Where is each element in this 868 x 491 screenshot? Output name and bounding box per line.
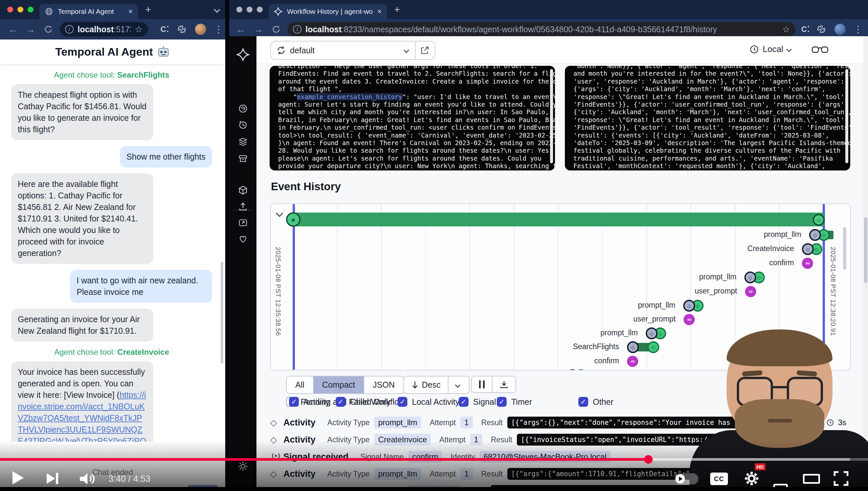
captions-button[interactable]: CC [710, 472, 728, 485]
feedback-icon[interactable] [238, 218, 248, 228]
site-info-icon[interactable]: i [293, 25, 302, 34]
timezone-selector[interactable]: Local [750, 44, 793, 54]
address-bar[interactable]: i localhost :5173 ☆ [60, 22, 148, 36]
minimize-window-button[interactable] [247, 7, 252, 12]
table-row[interactable]: ◇ActivityActivity Typeprompt_llmAttempt1… [270, 415, 851, 430]
back-button[interactable]: ← [236, 24, 246, 35]
forward-button[interactable]: → [253, 24, 264, 35]
agent-message: Your invoice has been successfully gener… [11, 362, 153, 442]
bookmark-star-icon[interactable]: ☆ [782, 24, 790, 34]
theater-mode-button[interactable] [803, 474, 820, 484]
fullscreen-button[interactable] [833, 470, 849, 486]
extensions-puzzle-icon[interactable] [817, 25, 826, 34]
tab-json[interactable]: JSON [364, 376, 403, 393]
refresh-button[interactable] [271, 24, 281, 34]
checkbox-checked[interactable]: ✓ [459, 397, 468, 407]
namespace-selector[interactable]: default [270, 41, 435, 60]
import-icon[interactable] [238, 201, 248, 212]
filter-activity[interactable]: ✓Activity [289, 397, 330, 407]
window-controls[interactable] [7, 7, 34, 12]
chat-scrollbar[interactable] [221, 262, 223, 364]
checkbox-checked[interactable]: ✓ [289, 397, 299, 407]
temporal-favicon [274, 7, 282, 16]
sort-menu-button[interactable] [448, 376, 469, 393]
autoplay-toggle[interactable] [675, 473, 699, 484]
bookmark-star-icon[interactable]: ☆ [135, 24, 143, 34]
namespaces-icon[interactable] [238, 136, 248, 147]
labs-glasses-icon[interactable] [811, 45, 829, 55]
timeline-event-label: SearchFlights [573, 342, 619, 351]
archival-icon[interactable] [238, 153, 248, 164]
filter-child-workflow[interactable]: ✓Child Workflow [336, 397, 405, 407]
download-history-button[interactable] [493, 376, 516, 392]
result-payload-chip: [{"args":{},"next":"done","response":"Yo… [507, 416, 774, 429]
filter-signal[interactable]: ✓Signal [459, 397, 496, 407]
page-title: Temporal AI Agent [55, 46, 153, 58]
field-label: Attempt [430, 418, 456, 427]
sort-desc-button[interactable]: Desc [404, 376, 448, 393]
tab-all[interactable]: All [287, 376, 314, 393]
checkbox-checked[interactable]: ✓ [336, 397, 346, 407]
namespace-switch-icon [276, 46, 286, 55]
address-bar[interactable]: i localhost :8233/namespaces/default/wor… [288, 22, 795, 36]
pause-autoscroll-button[interactable] [472, 376, 493, 392]
workflow-input-panel-right[interactable]: 'month': None}}, {'actor': 'agent', 'res… [565, 66, 850, 171]
filter-timer[interactable]: ✓Timer [497, 397, 532, 407]
tab-temporal-ai-agent[interactable]: Temporal AI Agent × [39, 4, 138, 19]
temporal-logo[interactable] [237, 48, 250, 61]
favorites-heart-icon[interactable] [238, 234, 248, 244]
extension-c-icon[interactable]: C⁚ [801, 25, 810, 34]
back-button[interactable]: ← [8, 24, 18, 35]
maximize-window-button[interactable] [28, 7, 34, 12]
code-scrollbar[interactable] [845, 69, 848, 163]
robot-icon [157, 46, 170, 57]
tab-workflow-history[interactable]: Workflow History | agent-wor × [269, 4, 387, 19]
maximize-window-button[interactable] [257, 7, 263, 12]
new-tab-button[interactable]: + [394, 4, 400, 15]
filter-other[interactable]: ✓Other [578, 397, 614, 407]
timeline-scrollbar[interactable] [843, 227, 846, 270]
history-view-tabs: All Compact JSON [286, 376, 404, 394]
workflow-input-panel-left[interactable]: description": "Help the user gather args… [270, 66, 555, 171]
close-window-button[interactable] [237, 7, 242, 12]
tab-close-icon[interactable]: × [377, 7, 382, 16]
minimize-window-button[interactable] [18, 7, 23, 12]
open-external-icon[interactable] [420, 46, 429, 55]
close-window-button[interactable] [7, 7, 13, 12]
code-scrollbar[interactable] [550, 69, 553, 163]
profile-avatar[interactable] [195, 24, 206, 35]
next-video-button[interactable] [47, 473, 55, 484]
play-button[interactable] [12, 471, 24, 484]
extension-c-icon[interactable]: C⁚ [160, 25, 169, 34]
refresh-button[interactable] [43, 24, 53, 34]
chevron-down-icon [404, 48, 409, 53]
browser-menu-icon[interactable]: ⋮ [854, 24, 863, 35]
profile-avatar[interactable] [834, 24, 846, 35]
checkbox-checked[interactable]: ✓ [398, 397, 407, 407]
timeline-canvas: prompt_llm◇◇CreateInvoice◇◇confirmprompt… [271, 204, 850, 370]
extensions-puzzle-icon[interactable] [177, 25, 186, 34]
right-tabstrip: Workflow History | agent-wor × + [229, 0, 868, 19]
schedules-icon[interactable] [238, 120, 248, 130]
url-host: localhost [305, 25, 342, 34]
site-info-icon[interactable]: i [65, 25, 74, 34]
new-tab-button[interactable]: + [145, 4, 151, 15]
settings-gear-icon[interactable] [744, 470, 760, 486]
tab-compact[interactable]: Compact [314, 376, 364, 393]
event-id-link[interactable]: 105 [792, 418, 805, 427]
page-scrollbar[interactable] [863, 36, 868, 491]
forward-button[interactable]: → [26, 24, 35, 35]
workflows-icon[interactable] [238, 103, 248, 114]
labs-cube-icon[interactable] [238, 185, 248, 196]
tab-close-icon[interactable]: × [128, 7, 133, 16]
checkbox-checked[interactable]: ✓ [578, 397, 588, 407]
checkbox-checked[interactable]: ✓ [497, 397, 507, 407]
tab-search-chevron-icon[interactable] [214, 6, 220, 13]
video-playhead[interactable] [644, 455, 653, 464]
filter-local-activity[interactable]: ✓Local Activity [398, 397, 460, 407]
url-host: localhost [78, 25, 114, 34]
browser-menu-icon[interactable]: ⋮ [214, 24, 223, 35]
event-id-link[interactable]: 106 [809, 418, 822, 427]
arrow-down-icon [411, 381, 418, 389]
volume-icon[interactable] [78, 472, 97, 486]
